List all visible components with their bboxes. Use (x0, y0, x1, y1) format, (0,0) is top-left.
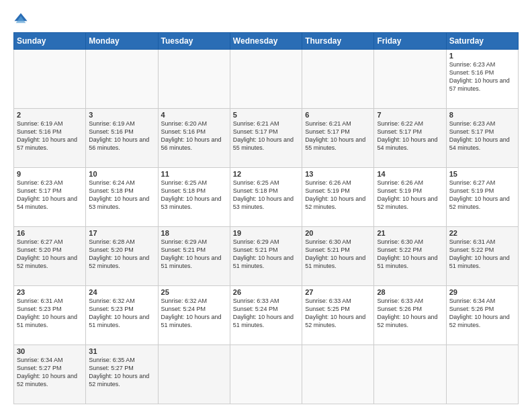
calendar-cell: 13Sunrise: 6:26 AMSunset: 5:19 PMDayligh… (302, 168, 374, 227)
calendar-cell: 31Sunrise: 6:35 AMSunset: 5:27 PMDayligh… (86, 345, 158, 404)
day-info: Sunrise: 6:32 AMSunset: 5:23 PMDaylight:… (89, 298, 149, 328)
day-number: 3 (89, 111, 154, 119)
day-number: 2 (17, 111, 83, 119)
page: SundayMondayTuesdayWednesdayThursdayFrid… (0, 0, 532, 411)
day-number: 29 (449, 288, 515, 296)
calendar-cell: 3Sunrise: 6:19 AMSunset: 5:16 PMDaylight… (86, 109, 158, 168)
calendar-cell: 20Sunrise: 6:30 AMSunset: 5:21 PMDayligh… (302, 227, 374, 286)
calendar-week-row: 23Sunrise: 6:31 AMSunset: 5:23 PMDayligh… (14, 286, 519, 345)
calendar-cell (14, 50, 86, 109)
day-info: Sunrise: 6:28 AMSunset: 5:20 PMDaylight:… (89, 238, 149, 269)
day-info: Sunrise: 6:21 AMSunset: 5:17 PMDaylight:… (233, 120, 294, 151)
day-info: Sunrise: 6:19 AMSunset: 5:16 PMDaylight:… (89, 120, 149, 151)
calendar-cell: 2Sunrise: 6:19 AMSunset: 5:16 PMDaylight… (14, 109, 86, 168)
day-info: Sunrise: 6:34 AMSunset: 5:27 PMDaylight:… (17, 357, 77, 387)
day-number: 4 (161, 111, 227, 119)
day-number: 18 (161, 229, 227, 237)
day-info: Sunrise: 6:34 AMSunset: 5:26 PMDaylight:… (449, 298, 510, 328)
calendar-cell (158, 50, 230, 109)
day-info: Sunrise: 6:19 AMSunset: 5:16 PMDaylight:… (17, 120, 77, 151)
day-number: 13 (305, 170, 371, 178)
day-number: 16 (17, 229, 83, 237)
day-number: 19 (233, 229, 299, 237)
calendar-cell: 29Sunrise: 6:34 AMSunset: 5:26 PMDayligh… (446, 286, 518, 345)
day-info: Sunrise: 6:33 AMSunset: 5:25 PMDaylight:… (305, 298, 365, 328)
day-number: 7 (377, 111, 443, 119)
day-number: 21 (377, 229, 443, 237)
calendar-cell: 19Sunrise: 6:29 AMSunset: 5:21 PMDayligh… (230, 227, 302, 286)
calendar-cell: 22Sunrise: 6:31 AMSunset: 5:22 PMDayligh… (446, 227, 518, 286)
calendar-week-row: 1Sunrise: 6:23 AMSunset: 5:16 PMDaylight… (14, 50, 519, 109)
calendar-header-tuesday: Tuesday (158, 33, 230, 50)
calendar-header-monday: Monday (86, 33, 158, 50)
logo-icon (13, 12, 28, 27)
day-info: Sunrise: 6:22 AMSunset: 5:17 PMDaylight:… (377, 120, 437, 151)
calendar-header-sunday: Sunday (14, 33, 86, 50)
calendar-cell: 11Sunrise: 6:25 AMSunset: 5:18 PMDayligh… (158, 168, 230, 227)
day-number: 25 (161, 288, 227, 296)
day-info: Sunrise: 6:30 AMSunset: 5:22 PMDaylight:… (377, 238, 437, 269)
day-number: 6 (305, 111, 371, 119)
calendar-header-thursday: Thursday (302, 33, 374, 50)
calendar-header-row: SundayMondayTuesdayWednesdayThursdayFrid… (14, 33, 519, 50)
calendar-cell: 5Sunrise: 6:21 AMSunset: 5:17 PMDaylight… (230, 109, 302, 168)
calendar-cell: 6Sunrise: 6:21 AMSunset: 5:17 PMDaylight… (302, 109, 374, 168)
day-info: Sunrise: 6:26 AMSunset: 5:19 PMDaylight:… (377, 179, 437, 210)
calendar-cell (230, 50, 302, 109)
calendar-cell: 16Sunrise: 6:27 AMSunset: 5:20 PMDayligh… (14, 227, 86, 286)
calendar-cell: 21Sunrise: 6:30 AMSunset: 5:22 PMDayligh… (374, 227, 446, 286)
calendar-week-row: 2Sunrise: 6:19 AMSunset: 5:16 PMDaylight… (14, 109, 519, 168)
day-number: 12 (233, 170, 299, 178)
day-info: Sunrise: 6:25 AMSunset: 5:18 PMDaylight:… (233, 179, 294, 210)
header (13, 12, 519, 27)
logo (13, 12, 31, 27)
calendar-cell (374, 345, 446, 404)
calendar-cell: 23Sunrise: 6:31 AMSunset: 5:23 PMDayligh… (14, 286, 86, 345)
day-number: 1 (449, 52, 515, 60)
day-info: Sunrise: 6:30 AMSunset: 5:21 PMDaylight:… (305, 238, 365, 269)
calendar-cell: 8Sunrise: 6:23 AMSunset: 5:17 PMDaylight… (446, 109, 518, 168)
calendar-cell: 28Sunrise: 6:33 AMSunset: 5:26 PMDayligh… (374, 286, 446, 345)
day-number: 10 (89, 170, 154, 178)
calendar-cell: 25Sunrise: 6:32 AMSunset: 5:24 PMDayligh… (158, 286, 230, 345)
calendar-cell: 30Sunrise: 6:34 AMSunset: 5:27 PMDayligh… (14, 345, 86, 404)
calendar-cell (230, 345, 302, 404)
day-number: 23 (17, 288, 83, 296)
day-number: 22 (449, 229, 515, 237)
calendar-cell: 15Sunrise: 6:27 AMSunset: 5:19 PMDayligh… (446, 168, 518, 227)
calendar-cell: 27Sunrise: 6:33 AMSunset: 5:25 PMDayligh… (302, 286, 374, 345)
calendar-week-row: 30Sunrise: 6:34 AMSunset: 5:27 PMDayligh… (14, 345, 519, 404)
calendar-week-row: 9Sunrise: 6:23 AMSunset: 5:17 PMDaylight… (14, 168, 519, 227)
day-info: Sunrise: 6:23 AMSunset: 5:16 PMDaylight:… (449, 61, 510, 92)
day-info: Sunrise: 6:24 AMSunset: 5:18 PMDaylight:… (89, 179, 149, 210)
day-info: Sunrise: 6:27 AMSunset: 5:19 PMDaylight:… (449, 179, 510, 210)
day-info: Sunrise: 6:31 AMSunset: 5:22 PMDaylight:… (449, 238, 510, 269)
day-number: 20 (305, 229, 371, 237)
calendar-cell (302, 50, 374, 109)
day-info: Sunrise: 6:21 AMSunset: 5:17 PMDaylight:… (305, 120, 365, 151)
day-info: Sunrise: 6:33 AMSunset: 5:26 PMDaylight:… (377, 298, 437, 328)
calendar-cell (302, 345, 374, 404)
day-number: 5 (233, 111, 299, 119)
day-info: Sunrise: 6:20 AMSunset: 5:16 PMDaylight:… (161, 120, 222, 151)
day-info: Sunrise: 6:25 AMSunset: 5:18 PMDaylight:… (161, 179, 222, 210)
calendar-header-wednesday: Wednesday (230, 33, 302, 50)
day-number: 8 (449, 111, 515, 119)
day-info: Sunrise: 6:31 AMSunset: 5:23 PMDaylight:… (17, 298, 77, 328)
calendar-cell: 14Sunrise: 6:26 AMSunset: 5:19 PMDayligh… (374, 168, 446, 227)
day-info: Sunrise: 6:32 AMSunset: 5:24 PMDaylight:… (161, 298, 222, 328)
day-number: 14 (377, 170, 443, 178)
calendar-cell: 10Sunrise: 6:24 AMSunset: 5:18 PMDayligh… (86, 168, 158, 227)
day-number: 15 (449, 170, 515, 178)
calendar-cell: 1Sunrise: 6:23 AMSunset: 5:16 PMDaylight… (446, 50, 518, 109)
calendar-cell: 24Sunrise: 6:32 AMSunset: 5:23 PMDayligh… (86, 286, 158, 345)
day-number: 24 (89, 288, 154, 296)
day-info: Sunrise: 6:27 AMSunset: 5:20 PMDaylight:… (17, 238, 77, 269)
day-number: 27 (305, 288, 371, 296)
calendar-cell: 18Sunrise: 6:29 AMSunset: 5:21 PMDayligh… (158, 227, 230, 286)
calendar-table: SundayMondayTuesdayWednesdayThursdayFrid… (13, 32, 519, 404)
day-number: 30 (17, 347, 83, 355)
calendar-cell (446, 345, 518, 404)
calendar-week-row: 16Sunrise: 6:27 AMSunset: 5:20 PMDayligh… (14, 227, 519, 286)
day-number: 17 (89, 229, 154, 237)
